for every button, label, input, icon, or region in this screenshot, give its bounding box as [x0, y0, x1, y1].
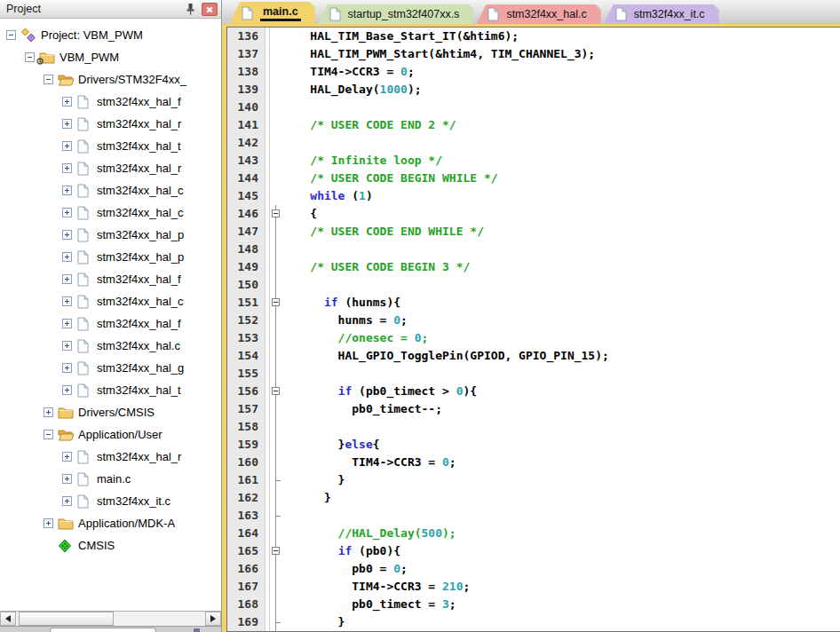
- line-number[interactable]: 147: [227, 223, 265, 241]
- collapse-icon[interactable]: [44, 430, 53, 439]
- expand-icon[interactable]: [62, 119, 72, 129]
- line-number[interactable]: 151: [227, 294, 265, 312]
- code-line-145[interactable]: 145 while (1): [227, 187, 840, 205]
- code-line-148[interactable]: 148: [227, 241, 840, 258]
- code-line-136[interactable]: 136 HAL_TIM_Base_Start_IT(&htim6);: [227, 28, 840, 45]
- tree-item-application-user[interactable]: Application/User: [0, 423, 221, 446]
- tree-item-project-vbm-pwm[interactable]: Project: VBM_PWM: [0, 24, 221, 46]
- line-number[interactable]: 140: [227, 99, 265, 116]
- line-number[interactable]: 165: [227, 542, 265, 560]
- line-number[interactable]: 142: [227, 134, 265, 152]
- expand-icon[interactable]: [62, 97, 72, 107]
- tree-item-stm32f4xx-hal-r[interactable]: stm32f4xx_hal_r: [0, 446, 221, 468]
- code-line-142[interactable]: 142: [227, 134, 840, 152]
- code-line-159[interactable]: 159 }else{: [227, 436, 840, 454]
- line-number[interactable]: 157: [227, 400, 265, 418]
- tab-startup_stm32f407xx.s[interactable]: startup_stm32f407xx.s: [318, 4, 474, 24]
- expand-icon[interactable]: [62, 163, 72, 173]
- line-number[interactable]: 145: [227, 187, 265, 205]
- tree-item-cmsis[interactable]: CMSIS: [0, 534, 221, 557]
- code-line-156[interactable]: 156 if (pb0_timect > 0){: [227, 383, 840, 400]
- tree-item-stm32f4xx-hal-c[interactable]: stm32f4xx_hal_c: [0, 290, 221, 312]
- tree-item-drivers-cmsis[interactable]: Drivers/CMSIS: [0, 401, 221, 423]
- line-number[interactable]: 162: [227, 489, 265, 507]
- code-line-157[interactable]: 157 pb0_timect--;: [227, 400, 840, 418]
- scroll-right-icon[interactable]: [205, 612, 221, 626]
- fold-collapse-icon[interactable]: [270, 294, 282, 312]
- fold-collapse-icon[interactable]: [270, 205, 282, 223]
- line-number[interactable]: 168: [227, 596, 265, 613]
- line-number[interactable]: 161: [227, 471, 265, 489]
- tree-item-stm32f4xx-hal-f[interactable]: stm32f4xx_hal_f: [0, 312, 221, 335]
- tree-item-stm32f4xx-hal-t[interactable]: stm32f4xx_hal_t: [0, 135, 221, 157]
- code-line-149[interactable]: 149 /* USER CODE BEGIN 3 */: [227, 258, 840, 276]
- code-line-143[interactable]: 143 /* Infinite loop */: [227, 152, 840, 170]
- tree-item-stm32f4xx-hal-f[interactable]: stm32f4xx_hal_f: [0, 268, 221, 290]
- expand-icon[interactable]: [62, 319, 72, 328]
- expand-icon[interactable]: [62, 186, 72, 195]
- tree-item-stm32f4xx-hal-r[interactable]: stm32f4xx_hal_r: [0, 113, 221, 135]
- expand-icon[interactable]: [62, 385, 72, 395]
- code-line-138[interactable]: 138 TIM4->CCR3 = 0;: [227, 63, 840, 81]
- code-line-162[interactable]: 162 }: [227, 489, 840, 507]
- tree-item-drivers-stm32f4xx-[interactable]: Drivers/STM32F4xx_: [0, 68, 221, 91]
- code-line-154[interactable]: 154 HAL_GPIO_TogglePin(GPIOD, GPIO_PIN_1…: [227, 347, 840, 365]
- line-number[interactable]: 152: [227, 312, 265, 329]
- expand-icon[interactable]: [62, 230, 72, 240]
- scroll-left-icon[interactable]: [0, 612, 16, 626]
- line-number[interactable]: 167: [227, 578, 265, 596]
- code-line-141[interactable]: 141 /* USER CODE END 2 */: [227, 116, 840, 134]
- expand-icon[interactable]: [62, 474, 72, 484]
- line-number[interactable]: 148: [227, 241, 265, 258]
- line-number[interactable]: 155: [227, 365, 265, 383]
- close-icon[interactable]: [202, 3, 218, 16]
- code-line-139[interactable]: 139 HAL_Delay(1000);: [227, 81, 840, 99]
- line-number[interactable]: 150: [227, 276, 265, 294]
- code-editor[interactable]: 136 HAL_TIM_Base_Start_IT(&htim6);137 HA…: [226, 27, 840, 632]
- line-number[interactable]: 136: [227, 28, 265, 45]
- code-line-150[interactable]: 150: [227, 276, 840, 294]
- tree-item-stm32f4xx-hal-t[interactable]: stm32f4xx_hal_t: [0, 379, 221, 401]
- expand-icon[interactable]: [44, 518, 53, 528]
- expand-icon[interactable]: [62, 274, 72, 284]
- tree-item-main.c[interactable]: main.c: [0, 468, 221, 490]
- line-number[interactable]: 158: [227, 418, 265, 436]
- line-number[interactable]: 139: [227, 81, 265, 99]
- code-line-164[interactable]: 164 //HAL_Delay(500);: [227, 525, 840, 542]
- code-line-146[interactable]: 146 {: [227, 205, 840, 223]
- expand-icon[interactable]: [62, 252, 72, 262]
- code-line-166[interactable]: 166 pb0 = 0;: [227, 560, 840, 578]
- line-number[interactable]: 141: [227, 116, 265, 134]
- code-line-158[interactable]: 158: [227, 418, 840, 436]
- tree-item-stm32f4xx-hal-p[interactable]: stm32f4xx_hal_p: [0, 224, 221, 246]
- line-number[interactable]: 149: [227, 258, 265, 276]
- code-line-167[interactable]: 167 TIM4->CCR3 = 210;: [227, 578, 840, 596]
- code-line-151[interactable]: 151 if (hunms){: [227, 294, 840, 312]
- tab-main.c[interactable]: main.c: [230, 2, 315, 24]
- line-number[interactable]: 144: [227, 170, 265, 187]
- tree-item-application-mdk-a[interactable]: Application/MDK-A: [0, 512, 221, 534]
- scrollbar-thumb[interactable]: [19, 612, 114, 626]
- tree-item-stm32f4xx-it.c[interactable]: stm32f4xx_it.c: [0, 490, 221, 512]
- tree-item-stm32f4xx-hal-c[interactable]: stm32f4xx_hal_c: [0, 201, 221, 224]
- line-number[interactable]: 159: [227, 436, 265, 454]
- line-number[interactable]: 169: [227, 613, 265, 631]
- code-line-153[interactable]: 153 //onesec = 0;: [227, 329, 840, 347]
- expand-icon[interactable]: [62, 452, 72, 462]
- line-number[interactable]: 153: [227, 329, 265, 347]
- tree-item-stm32f4xx-hal-f[interactable]: stm32f4xx_hal_f: [0, 91, 221, 113]
- expand-icon[interactable]: [62, 141, 72, 151]
- line-number[interactable]: 138: [227, 63, 265, 81]
- code-line-144[interactable]: 144 /* USER CODE BEGIN WHILE */: [227, 170, 840, 187]
- code-line-147[interactable]: 147 /* USER CODE END WHILE */: [227, 223, 840, 241]
- tree-item-vbm-pwm[interactable]: ⚙VBM_PWM: [0, 46, 221, 68]
- tree-item-stm32f4xx-hal-g[interactable]: stm32f4xx_hal_g: [0, 357, 221, 379]
- fold-collapse-icon[interactable]: [270, 542, 282, 560]
- line-number[interactable]: 137: [227, 45, 265, 63]
- line-number[interactable]: 164: [227, 525, 265, 542]
- expand-icon[interactable]: [62, 341, 72, 351]
- code-line-152[interactable]: 152 hunms = 0;: [227, 312, 840, 329]
- collapse-icon[interactable]: [44, 75, 53, 84]
- tree-item-stm32f4xx-hal-c[interactable]: stm32f4xx_hal_c: [0, 179, 221, 201]
- line-number[interactable]: 143: [227, 152, 265, 170]
